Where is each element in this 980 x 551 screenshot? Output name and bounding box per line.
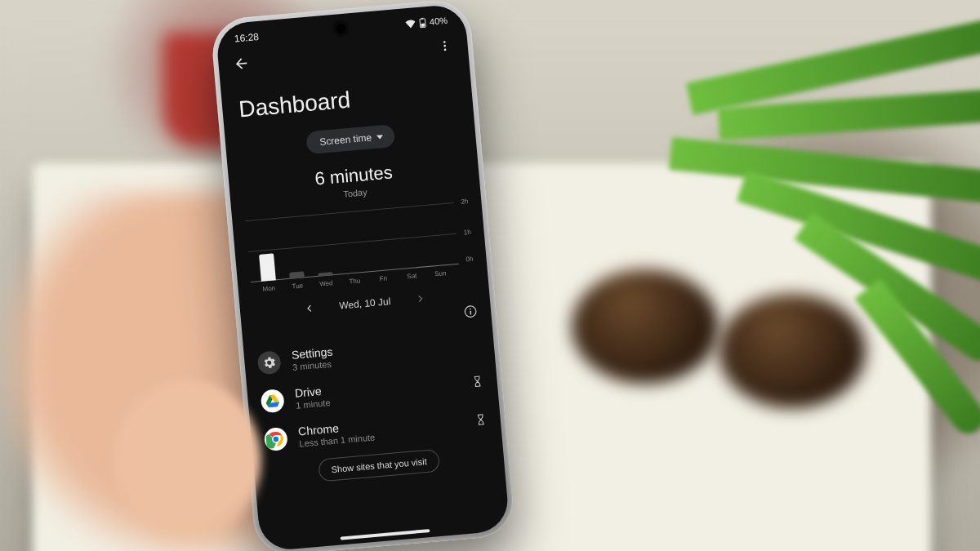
show-sites-label: Show sites that you visit bbox=[331, 456, 427, 474]
svg-point-3 bbox=[443, 41, 446, 43]
chart-bar[interactable]: Sun bbox=[420, 202, 454, 267]
gesture-nav-pill[interactable] bbox=[341, 529, 430, 540]
settings-icon bbox=[256, 350, 281, 375]
timer-icon[interactable] bbox=[474, 411, 488, 430]
x-tick: Wed bbox=[311, 278, 341, 288]
dropdown-icon bbox=[376, 135, 383, 140]
app-usage-list: Settings3 minutesDrive1 minuteChromeLess… bbox=[243, 323, 502, 460]
chrome-icon bbox=[264, 426, 288, 451]
svg-point-5 bbox=[444, 48, 447, 51]
back-button[interactable] bbox=[229, 51, 253, 76]
page-title: Dashboard bbox=[238, 77, 473, 123]
wifi-icon bbox=[405, 19, 416, 29]
battery-percent: 40% bbox=[429, 16, 448, 27]
svg-point-4 bbox=[443, 45, 446, 47]
svg-rect-8 bbox=[470, 311, 471, 315]
timer-icon[interactable] bbox=[470, 373, 485, 392]
clock: 16:28 bbox=[234, 31, 259, 45]
y-tick: 2h bbox=[461, 198, 469, 206]
x-tick: Thu bbox=[340, 276, 369, 286]
drive-icon bbox=[261, 389, 285, 413]
x-tick: Sat bbox=[397, 271, 426, 281]
filter-chip-label: Screen time bbox=[319, 131, 372, 148]
y-tick: 0h bbox=[466, 256, 474, 264]
usage-bar-chart[interactable]: 2h 1h 0h MonTueWedThuFriSatSun bbox=[245, 196, 474, 294]
photo-background: 16:28 bbox=[0, 0, 980, 551]
info-icon[interactable] bbox=[462, 304, 479, 322]
show-sites-button[interactable]: Show sites that you visit bbox=[318, 449, 439, 482]
prev-day-button[interactable] bbox=[301, 301, 318, 316]
y-tick: 1h bbox=[463, 229, 471, 237]
next-day-button[interactable] bbox=[411, 291, 428, 306]
selected-date: Wed, 10 Jul bbox=[339, 295, 391, 311]
x-tick: Mon bbox=[254, 284, 283, 294]
x-tick: Sun bbox=[425, 269, 455, 278]
svg-rect-2 bbox=[421, 23, 425, 26]
svg-rect-1 bbox=[421, 17, 424, 19]
overflow-menu-button[interactable] bbox=[432, 33, 457, 58]
battery-icon bbox=[418, 17, 426, 29]
filter-chip[interactable]: Screen time bbox=[305, 124, 395, 154]
x-tick: Fri bbox=[368, 273, 398, 283]
svg-point-7 bbox=[470, 309, 471, 310]
x-tick: Tue bbox=[283, 281, 312, 291]
